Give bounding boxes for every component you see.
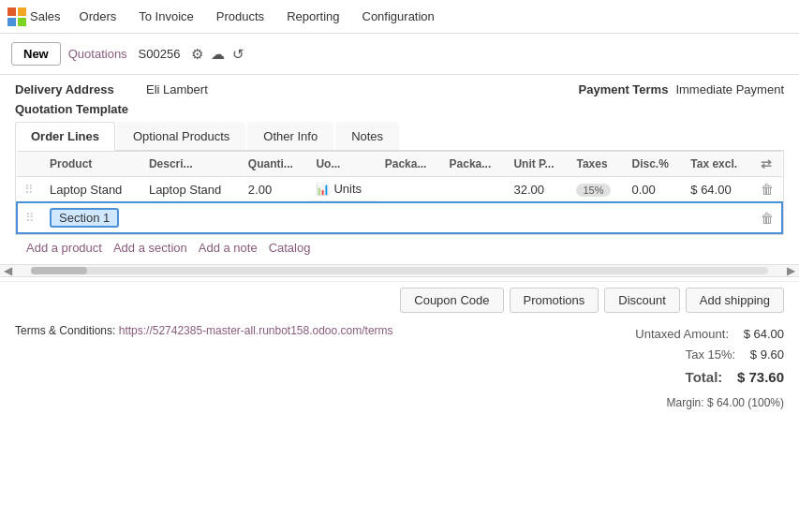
app-logo: Sales <box>7 7 61 26</box>
add-shipping-button[interactable]: Add shipping <box>686 288 784 313</box>
column-settings-icon[interactable]: ⇄ <box>761 156 772 171</box>
col-drag <box>17 152 42 177</box>
svg-rect-0 <box>7 7 16 16</box>
col-settings[interactable]: ⇄ <box>753 152 782 177</box>
cell-delete[interactable]: 🗑 <box>753 177 782 203</box>
terms-link[interactable]: https://52742385-master-all.runbot158.od… <box>119 324 393 337</box>
cell-taxes[interactable]: 15% <box>569 177 624 203</box>
cell-tax-excl: $ 64.00 <box>683 177 753 203</box>
total-value: $ 73.60 <box>737 369 784 385</box>
col-unit-price: Unit P... <box>506 152 569 177</box>
delete-section-icon[interactable]: 🗑 <box>761 211 774 226</box>
svg-rect-1 <box>18 7 26 16</box>
uom-chart-icon: 📊 <box>316 183 330 196</box>
add-note-link[interactable]: Add a note <box>199 241 258 255</box>
cell-description[interactable]: Laptop Stand <box>141 177 241 203</box>
promotions-button[interactable]: Promotions <box>510 288 599 313</box>
col-uom: Uo... <box>308 152 377 177</box>
tab-optional-products[interactable]: Optional Products <box>117 122 245 150</box>
tab-notes[interactable]: Notes <box>335 122 399 150</box>
total-label: Total: <box>686 369 723 385</box>
col-discount: Disc.% <box>625 152 684 177</box>
record-toolbar: New Quotations S00256 ⚙ ☁ ↺ <box>0 34 799 75</box>
scroll-thumb[interactable] <box>31 267 87 274</box>
cell-package1 <box>377 177 442 203</box>
cell-discount[interactable]: 0.00 <box>625 177 684 203</box>
col-quantity: Quanti... <box>241 152 309 177</box>
toolbar-actions: ⚙ ☁ ↺ <box>191 46 244 63</box>
payment-terms-label: Payment Terms <box>579 82 669 96</box>
coupon-code-button[interactable]: Coupon Code <box>400 288 503 313</box>
catalog-link[interactable]: Catalog <box>269 241 311 255</box>
payment-terms-value: Immediate Payment <box>675 82 784 96</box>
total-row: Total: $ 73.60 <box>635 365 784 390</box>
cloud-save-icon[interactable]: ☁ <box>211 46 225 63</box>
discount-button[interactable]: Discount <box>604 288 680 313</box>
breadcrumb-link[interactable]: Quotations <box>68 47 127 61</box>
tab-order-lines[interactable]: Order Lines <box>15 122 115 151</box>
add-section-link[interactable]: Add a section <box>113 241 187 255</box>
nav-configuration[interactable]: Configuration <box>359 9 438 23</box>
new-button[interactable]: New <box>11 42 61 66</box>
promotion-actions: Coupon Code Promotions Discount Add ship… <box>0 281 799 318</box>
footer-area: Terms & Conditions: https://52742385-mas… <box>0 318 799 416</box>
horizontal-scrollbar[interactable]: ◀ ▶ <box>0 264 799 277</box>
col-tax-excl: Tax excl. <box>683 152 753 177</box>
col-package2: Packa... <box>442 152 507 177</box>
logo-icon <box>7 7 26 26</box>
cell-unit-price[interactable]: 32.00 <box>506 177 569 203</box>
order-lines-table-wrapper: Product Descri... Quanti... Uo... Packa.… <box>15 151 784 235</box>
svg-rect-2 <box>7 18 16 26</box>
delivery-address-value: Eli Lambert <box>146 82 208 96</box>
tab-other-info[interactable]: Other Info <box>247 122 333 150</box>
untaxed-value: $ 64.00 <box>744 327 784 341</box>
section-delete[interactable]: 🗑 <box>753 202 782 233</box>
section-cell[interactable]: Section 1 <box>42 202 753 233</box>
section-label[interactable]: Section 1 <box>50 208 119 228</box>
col-product: Product <box>42 152 141 177</box>
cell-quantity[interactable]: 2.00 <box>241 177 309 203</box>
cell-package2 <box>442 177 507 203</box>
section-drag[interactable]: ⠿ <box>17 202 42 233</box>
add-product-link[interactable]: Add a product <box>26 241 102 255</box>
nav-reporting[interactable]: Reporting <box>283 9 343 23</box>
nav-to-invoice[interactable]: To Invoice <box>135 9 198 23</box>
margin-row: Margin: $ 64.00 (100%) <box>635 393 784 412</box>
form-header: Delivery Address Eli Lambert Payment Ter… <box>0 75 799 116</box>
margin-label: Margin: <box>667 396 704 409</box>
uom-value: Units <box>333 182 362 196</box>
scroll-track[interactable] <box>31 267 768 274</box>
nav-products[interactable]: Products <box>213 9 268 23</box>
settings-icon[interactable]: ⚙ <box>191 46 203 63</box>
col-package1: Packa... <box>377 152 442 177</box>
add-links-row: Add a product Add a section Add a note C… <box>0 235 799 260</box>
drag-handle[interactable]: ⠿ <box>17 177 42 203</box>
cell-uom[interactable]: 📊 Units <box>308 177 377 201</box>
tax-value: $ 9.60 <box>750 347 784 362</box>
scroll-right-arrow[interactable]: ▶ <box>783 264 799 277</box>
section-row: ⠿ Section 1 🗑 <box>17 202 782 233</box>
tax-label: Tax 15%: <box>686 347 735 362</box>
nav-orders[interactable]: Orders <box>76 9 121 23</box>
quotation-template-row: Quotation Template <box>15 102 784 116</box>
untaxed-row: Untaxed Amount: $ 64.00 <box>635 324 784 345</box>
terms-label: Terms & Conditions: <box>15 324 115 337</box>
totals-section: Untaxed Amount: $ 64.00 Tax 15%: $ 9.60 … <box>635 324 784 412</box>
svg-rect-3 <box>18 18 26 26</box>
table-row: ⠿ Laptop Stand Laptop Stand 2.00 📊 Units… <box>17 177 782 203</box>
record-id: S00256 <box>139 47 181 61</box>
refresh-icon[interactable]: ↺ <box>232 46 244 63</box>
table-header-row: Product Descri... Quanti... Uo... Packa.… <box>17 152 782 177</box>
tax-badge: 15% <box>576 184 610 197</box>
margin-value: $ 64.00 (100%) <box>707 396 784 409</box>
quotation-template-label: Quotation Template <box>15 102 146 116</box>
delete-row-icon[interactable]: 🗑 <box>761 182 774 197</box>
untaxed-label: Untaxed Amount: <box>635 327 729 341</box>
scroll-left-arrow[interactable]: ◀ <box>0 264 16 277</box>
cell-product[interactable]: Laptop Stand <box>42 177 141 203</box>
tab-bar: Order Lines Optional Products Other Info… <box>15 122 784 151</box>
terms-section: Terms & Conditions: https://52742385-mas… <box>15 324 393 337</box>
col-taxes: Taxes <box>569 152 624 177</box>
app-name: Sales <box>30 9 61 23</box>
delivery-address-label: Delivery Address <box>15 82 146 96</box>
